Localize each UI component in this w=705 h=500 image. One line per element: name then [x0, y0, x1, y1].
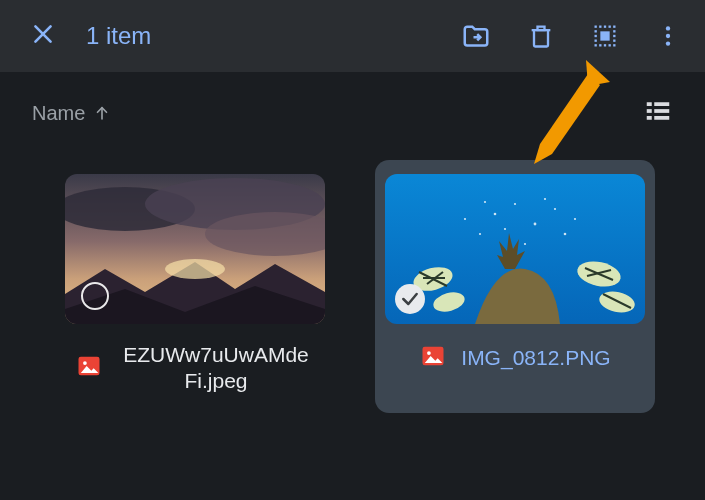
svg-rect-3	[595, 26, 597, 28]
file-name: IMG_0812.PNG	[461, 345, 610, 371]
selection-appbar: 1 item	[0, 0, 705, 72]
move-to-folder-button[interactable]	[461, 21, 491, 51]
svg-rect-4	[599, 26, 601, 28]
image-file-icon	[419, 342, 447, 374]
more-options-button[interactable]	[655, 23, 681, 49]
svg-point-19	[666, 26, 670, 30]
svg-point-47	[494, 213, 497, 216]
svg-rect-25	[647, 109, 652, 113]
svg-rect-8	[595, 44, 597, 46]
arrow-up-icon	[93, 104, 111, 122]
svg-point-53	[524, 243, 526, 245]
file-thumbnail	[65, 174, 325, 324]
svg-point-50	[554, 208, 556, 210]
svg-rect-5	[604, 26, 606, 28]
svg-rect-10	[604, 44, 606, 46]
svg-rect-17	[613, 35, 615, 37]
delete-button[interactable]	[527, 22, 555, 50]
svg-rect-14	[595, 35, 597, 37]
svg-rect-16	[613, 30, 615, 32]
sort-button[interactable]: Name	[32, 102, 111, 125]
svg-point-56	[484, 201, 486, 203]
svg-rect-26	[654, 109, 669, 113]
svg-point-57	[574, 218, 576, 220]
svg-point-60	[427, 351, 431, 355]
file-name: EZUWw7uUwAMdeFi.jpeg	[117, 342, 315, 395]
svg-rect-13	[595, 30, 597, 32]
svg-rect-12	[613, 44, 615, 46]
svg-rect-9	[599, 44, 601, 46]
close-selection-button[interactable]	[30, 21, 56, 51]
file-item[interactable]: EZUWw7uUwAMdeFi.jpeg	[55, 160, 335, 413]
svg-point-21	[666, 41, 670, 45]
file-thumbnail	[385, 174, 645, 324]
selection-ring-icon	[81, 282, 109, 310]
svg-rect-27	[647, 116, 652, 120]
image-file-icon	[75, 352, 103, 384]
file-grid: EZUWw7uUwAMdeFi.jpeg	[0, 140, 705, 413]
appbar-actions	[461, 21, 681, 51]
svg-point-35	[83, 361, 87, 365]
list-controls: Name	[0, 72, 705, 140]
svg-rect-28	[654, 116, 669, 120]
svg-point-55	[544, 198, 546, 200]
file-label: EZUWw7uUwAMdeFi.jpeg	[75, 342, 315, 395]
selection-count: 1 item	[86, 22, 461, 50]
svg-rect-15	[595, 40, 597, 42]
file-label: IMG_0812.PNG	[419, 342, 610, 374]
sort-label: Name	[32, 102, 85, 125]
svg-point-52	[564, 233, 567, 236]
svg-rect-23	[647, 102, 652, 106]
svg-point-20	[666, 34, 670, 38]
svg-point-33	[165, 259, 225, 279]
svg-point-54	[504, 228, 506, 230]
svg-point-58	[464, 218, 466, 220]
list-view-button[interactable]	[643, 96, 673, 130]
select-all-button[interactable]	[591, 22, 619, 50]
svg-point-51	[479, 233, 481, 235]
svg-rect-24	[654, 102, 669, 106]
svg-point-49	[534, 223, 537, 226]
svg-rect-11	[609, 44, 611, 46]
file-item[interactable]: IMG_0812.PNG	[375, 160, 655, 413]
selected-check-icon	[395, 284, 425, 314]
svg-rect-6	[609, 26, 611, 28]
svg-rect-18	[613, 40, 615, 42]
svg-point-48	[514, 203, 516, 205]
svg-rect-7	[613, 26, 615, 28]
svg-rect-2	[600, 31, 609, 40]
